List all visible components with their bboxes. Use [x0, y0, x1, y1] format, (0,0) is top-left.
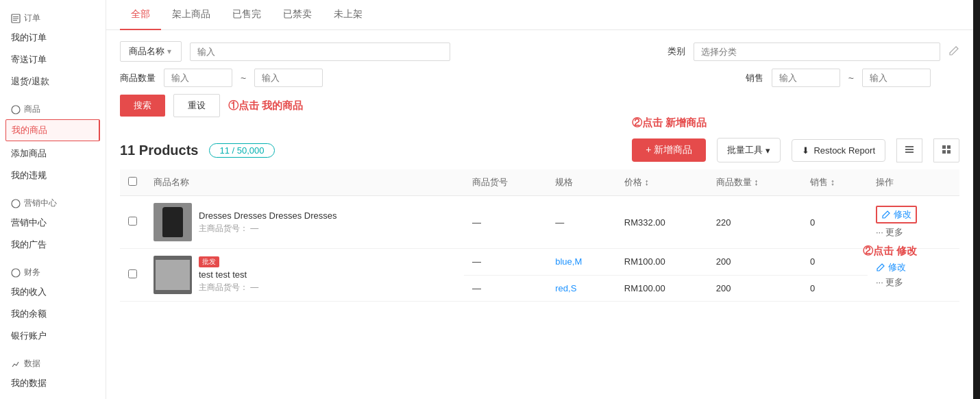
product-name-input[interactable] [190, 43, 450, 61]
sidebar-section-marketing: 营销中心 [0, 192, 106, 212]
sidebar-item-my-income[interactable]: 我的收入 [0, 281, 106, 303]
svg-point-4 [12, 106, 20, 114]
edit-button-2[interactable]: 修改 [876, 261, 906, 274]
quantity-from-input[interactable] [164, 69, 232, 87]
select-all-checkbox[interactable] [128, 177, 137, 186]
sidebar-item-shipping-orders[interactable]: 寄送订单 [0, 49, 106, 71]
search-button[interactable]: 搜索 [120, 95, 165, 117]
batch-tools-button[interactable]: 批量工具 ▾ [717, 138, 781, 162]
product-info-cell-2: 批发 test test test 主商品货号： — [145, 249, 464, 302]
product-sku-2: 主商品货号： — [199, 282, 258, 293]
row-checkbox-2[interactable] [128, 269, 137, 278]
reset-button[interactable]: 重设 [173, 94, 220, 117]
tab-not-listed[interactable]: 未上架 [323, 0, 373, 30]
more-button-2[interactable]: ··· 更多 [876, 276, 903, 289]
sidebar-item-bank-account[interactable]: 银行账户 [0, 325, 106, 347]
spec-2b: red,S [547, 275, 616, 302]
price-1: RM332.00 [616, 196, 708, 249]
product-info-cell-1: Dresses Dresses Dresses Dresses 主商品货号： — [145, 196, 464, 249]
product-name-1: Dresses Dresses Dresses Dresses [199, 210, 337, 221]
annotation-2-add: ②点击 新增商品 [632, 117, 707, 128]
svg-rect-7 [905, 146, 914, 147]
products-badge: 11 / 50,000 [209, 143, 274, 158]
edit-action-box-1: 修改 [876, 206, 917, 223]
col-sales[interactable]: 销售 ↕ [802, 169, 868, 196]
sidebar-item-my-data[interactable]: 我的数据 [0, 372, 106, 394]
grid-icon [941, 144, 952, 155]
row-checkbox-1[interactable] [128, 217, 137, 226]
download-icon: ⬇ [802, 145, 809, 156]
sidebar-item-my-products[interactable]: 我的商品 [5, 119, 100, 141]
list-icon [904, 144, 915, 155]
col-quantity[interactable]: 商品数量 ↕ [708, 169, 802, 196]
grid-view-button[interactable] [933, 138, 959, 162]
wholesale-tag: 批发 [199, 256, 219, 267]
sidebar-section-data: 数据 [0, 352, 106, 372]
sidebar: 订单 我的订单 寄送订单 退货/退款 商品 我的商品 添加商品 我的违规 营销中… [0, 0, 106, 399]
sidebar-section-orders: 订单 [0, 7, 106, 27]
sales-2b: 0 [802, 275, 868, 302]
edit-icon[interactable] [948, 45, 959, 58]
sales-from-input[interactable] [772, 69, 840, 87]
sidebar-item-returns[interactable]: 退货/退款 [0, 71, 106, 93]
sales-2a: 0 [802, 249, 868, 276]
svg-point-6 [12, 269, 20, 277]
tab-sold-out[interactable]: 已售完 [221, 0, 272, 30]
col-product-no: 商品货号 [464, 169, 547, 196]
product-name-select[interactable]: 商品名称 ▾ [120, 41, 182, 62]
products-bar: 11 Products 11 / 50,000 + 新增商品 ②点击 新增商品 … [106, 131, 973, 169]
quantity-2a: 200 [708, 249, 802, 276]
chevron-down-icon: ▾ [167, 47, 171, 56]
tag-icon [11, 105, 21, 114]
edit-icon-1 [881, 210, 891, 219]
tilde-1: ~ [241, 73, 246, 84]
product-no-2a: — [464, 249, 547, 276]
list-view-button[interactable] [896, 138, 922, 162]
col-product-name: 商品名称 [145, 169, 464, 196]
add-product-button[interactable]: + 新增商品 [632, 138, 706, 162]
table-row: Dresses Dresses Dresses Dresses 主商品货号： —… [120, 196, 959, 249]
svg-rect-13 [947, 150, 951, 154]
svg-rect-8 [905, 149, 914, 150]
col-price[interactable]: 价格 ↕ [616, 169, 708, 196]
sidebar-item-my-violations[interactable]: 我的违规 [0, 165, 106, 186]
svg-rect-12 [942, 150, 946, 154]
quantity-2b: 200 [708, 275, 802, 302]
sidebar-item-my-ads[interactable]: 我的广告 [0, 234, 106, 256]
tab-banned[interactable]: 已禁卖 [272, 0, 323, 30]
right-panel [973, 0, 980, 399]
order-icon [11, 14, 21, 23]
marketing-icon [11, 199, 21, 208]
annotation-2-edit: ②点击 修改 [863, 245, 917, 256]
annotation-1: ①点击 我的商品 [228, 99, 303, 112]
products-table-wrap: 商品名称 商品货号 规格 价格 ↕ 商品数量 ↕ 销售 ↕ 操作 [106, 169, 973, 302]
quantity-to-input[interactable] [254, 69, 323, 87]
sidebar-section-products: 商品 [0, 98, 106, 118]
sales-to-input[interactable] [862, 69, 931, 87]
filter-area: 商品名称 ▾ 类别 商品数量 ~ 销售 ~ 搜索 重设 ①点击 [106, 30, 973, 131]
svg-point-5 [12, 200, 20, 208]
product-no-1: — [464, 196, 547, 249]
sales-1: 0 [802, 196, 868, 249]
tilde-2: ~ [848, 73, 854, 84]
sidebar-item-marketing-center[interactable]: 营销中心 [0, 212, 106, 234]
tab-on-shelf[interactable]: 架上商品 [161, 0, 221, 30]
product-tabs: 全部 架上商品 已售完 已禁卖 未上架 [106, 0, 973, 30]
sidebar-item-my-orders[interactable]: 我的订单 [0, 27, 106, 49]
batch-chevron-icon: ▾ [765, 145, 770, 156]
col-spec: 规格 [547, 169, 616, 196]
sidebar-item-add-product[interactable]: 添加商品 [0, 143, 106, 165]
more-button-1[interactable]: ··· 更多 [876, 226, 903, 239]
product-image-2 [154, 256, 192, 294]
main-content: 全部 架上商品 已售完 已禁卖 未上架 商品名称 ▾ 类别 商品数量 ~ 销售 [106, 0, 973, 399]
spec-1: — [547, 196, 616, 249]
price-2b: RM100.00 [616, 275, 708, 302]
tab-all[interactable]: 全部 [120, 0, 161, 30]
restock-report-button[interactable]: ⬇ Restock Report [792, 139, 885, 162]
quantity-1: 220 [708, 196, 802, 249]
edit-button-1[interactable]: 修改 [881, 208, 911, 221]
category-label: 类别 [667, 45, 685, 58]
quantity-label: 商品数量 [120, 72, 156, 84]
sidebar-item-my-balance[interactable]: 我的余额 [0, 303, 106, 325]
category-input[interactable] [694, 43, 940, 61]
